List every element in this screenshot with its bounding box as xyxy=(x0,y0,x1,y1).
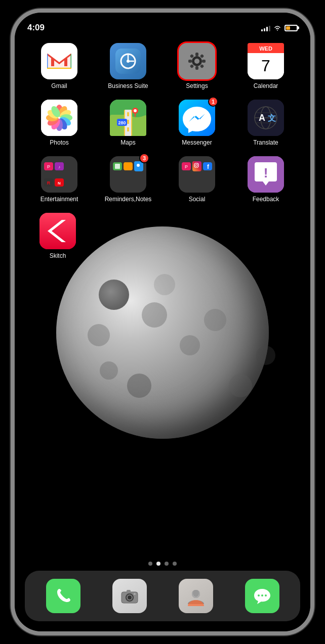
svg-rect-78 xyxy=(39,213,76,249)
app-row-3: P ♪ R N Entertainmen xyxy=(25,156,300,203)
calendar-svg: WED 7 xyxy=(248,43,284,79)
page-dot-3 xyxy=(165,562,169,566)
power-button[interactable] xyxy=(312,104,314,144)
app-reminders-folder[interactable]: 3 Reminders,Notes xyxy=(100,156,156,203)
svg-point-90 xyxy=(265,594,267,596)
app-row-2: Photos xyxy=(25,100,300,146)
svg-text:文: 文 xyxy=(268,113,276,122)
svg-point-67 xyxy=(137,164,140,167)
phone-svg xyxy=(53,586,73,606)
social-folder-icon: P f xyxy=(179,156,215,193)
biz-svg xyxy=(115,49,141,74)
svg-text:WED: WED xyxy=(259,45,272,52)
photos-label: Photos xyxy=(50,139,68,146)
contacts-svg xyxy=(186,586,206,606)
business-suite-icon xyxy=(110,43,146,79)
folder-mini-2: ♪ xyxy=(55,162,64,170)
social-mini-2 xyxy=(192,161,201,171)
signal-bars xyxy=(261,24,270,31)
settings-icon xyxy=(179,43,215,79)
reminders-badge: 3 xyxy=(139,153,149,163)
svg-rect-8 xyxy=(195,66,198,70)
app-skitch[interactable]: Skitch xyxy=(30,213,86,259)
svg-rect-9 xyxy=(188,60,192,63)
dock-phone[interactable] xyxy=(46,579,80,613)
app-row-1: Gmail xyxy=(25,43,300,89)
svg-text:280: 280 xyxy=(118,120,126,125)
page-dot-2 xyxy=(156,562,160,566)
entertainment-label: Entertainment xyxy=(40,196,78,203)
dock-camera[interactable] xyxy=(112,579,147,613)
page-dots xyxy=(15,562,310,566)
messenger-label: Messenger xyxy=(182,139,212,146)
gmail-icon xyxy=(41,43,77,79)
signal-bar-4 xyxy=(269,26,270,31)
social-mini-1: P xyxy=(182,162,191,170)
svg-point-82 xyxy=(128,595,132,600)
app-feedback[interactable]: ! Feedback xyxy=(238,156,294,203)
svg-text:7: 7 xyxy=(261,57,270,75)
app-gmail[interactable]: Gmail xyxy=(31,43,87,89)
battery-icon xyxy=(285,25,298,31)
svg-text:A: A xyxy=(259,113,265,123)
photos-svg xyxy=(41,100,77,136)
app-entertainment-folder[interactable]: P ♪ R N Entertainmen xyxy=(31,156,87,203)
skitch-icon xyxy=(39,213,76,249)
dock-contacts[interactable] xyxy=(179,579,213,613)
svg-point-3 xyxy=(127,60,130,63)
volume-down-button[interactable] xyxy=(11,154,13,187)
folder-mini-5: N xyxy=(55,178,64,187)
app-business-suite[interactable]: Business Suite xyxy=(100,43,156,89)
gmail-svg xyxy=(47,52,71,70)
reminders-mini-2 xyxy=(124,162,133,170)
reminders-folder-icon: 3 xyxy=(110,156,146,193)
messages-svg xyxy=(252,586,272,606)
maps-svg: 280 xyxy=(110,100,146,136)
calendar-label: Calendar xyxy=(254,82,278,89)
app-photos[interactable]: Photos xyxy=(31,100,87,146)
wifi-icon xyxy=(273,25,281,31)
status-time: 4:09 xyxy=(27,23,45,33)
signal-bar-2 xyxy=(264,28,265,31)
svg-rect-83 xyxy=(127,590,131,592)
folder-mini-1: P xyxy=(44,162,53,170)
camera-svg xyxy=(119,586,140,606)
folder-mini-4: R xyxy=(44,178,53,187)
app-social-folder[interactable]: P f Social xyxy=(169,156,225,203)
svg-point-45 xyxy=(134,109,137,112)
dock-messages[interactable] xyxy=(245,579,279,613)
app-calendar[interactable]: WED 7 Calendar xyxy=(238,43,294,89)
maps-label: Maps xyxy=(120,139,135,146)
svg-rect-70 xyxy=(192,161,200,169)
dock xyxy=(25,571,300,621)
skitch-label: Skitch xyxy=(50,252,66,259)
volume-up-button[interactable] xyxy=(11,114,13,147)
svg-point-73 xyxy=(197,163,198,164)
reminders-label: Reminders,Notes xyxy=(105,196,152,203)
translate-svg: A 文 xyxy=(248,100,284,136)
social-label: Social xyxy=(189,196,206,203)
app-translate[interactable]: A 文 Translate xyxy=(238,100,294,146)
app-row-4: Skitch xyxy=(25,213,300,259)
svg-text:P: P xyxy=(185,164,188,169)
phone-icon xyxy=(46,579,80,613)
app-maps[interactable]: 280 Maps xyxy=(100,100,156,146)
app-settings[interactable]: Settings xyxy=(169,43,225,89)
messenger-icon: 1 xyxy=(179,100,215,136)
svg-rect-65 xyxy=(124,162,132,170)
app-grid: Gmail xyxy=(25,43,300,269)
svg-point-16 xyxy=(194,59,199,64)
svg-point-84 xyxy=(134,593,136,595)
mute-button[interactable] xyxy=(11,83,13,104)
app-messenger[interactable]: 1 Mess xyxy=(169,100,225,146)
translate-label: Translate xyxy=(253,139,278,146)
status-icons xyxy=(261,24,298,31)
translate-icon: A 文 xyxy=(248,100,284,136)
reminders-mini-1 xyxy=(113,162,122,170)
feedback-label: Feedback xyxy=(253,196,279,203)
svg-rect-10 xyxy=(202,60,206,63)
calendar-icon: WED 7 xyxy=(248,43,284,79)
maps-icon: 280 xyxy=(110,100,146,136)
messages-icon xyxy=(245,579,279,613)
phone-frame: 4:09 xyxy=(11,9,314,635)
